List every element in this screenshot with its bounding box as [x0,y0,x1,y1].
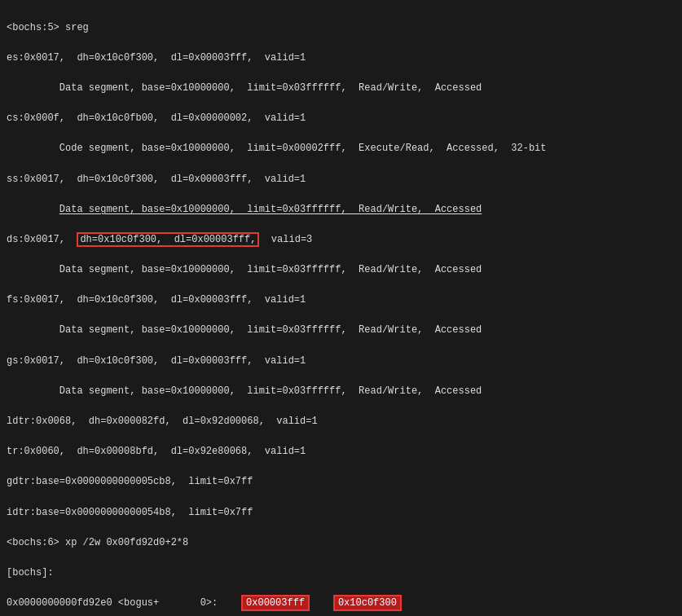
term-line-4: cs:0x000f, dh=0x10c0fb00, dl=0x00000002,… [7,111,675,126]
term-line-14: ldtr:0x0068, dh=0x000082fd, dl=0x92d0006… [7,414,675,429]
term-line-16: gdtr:base=0x0000000000005cb8, limit=0x7f… [7,474,675,490]
term-line-19: [bochs]: [7,565,675,581]
term-line-6: ss:0x0017, dh=0x10c0f300, dl=0x00003fff,… [7,172,675,187]
term-line-20: 0x0000000000fd92e0 <bogus+ 0>: 0x00003ff… [7,596,675,611]
term-line-10: fs:0x0017, dh=0x10c0f300, dl=0x00003fff,… [7,293,675,308]
term-line-18: <bochs:6> xp /2w 0x00fd92d0+2*8 [7,535,675,551]
term-line-13: Data segment, base=0x10000000, limit=0x0… [7,384,675,399]
term-line-7: Data segment, base=0x10000000, limit=0x0… [7,202,675,218]
terminal-output: <bochs:5> sreg es:0x0017, dh=0x10c0f300,… [0,0,682,616]
term-line-15: tr:0x0060, dh=0x00008bfd, dl=0x92e80068,… [7,444,675,460]
term-line-1: <bochs:5> sreg [7,20,675,36]
terminal-container: <bochs:5> sreg es:0x0017, dh=0x10c0f300,… [0,0,682,616]
term-line-17: idtr:base=0x00000000000054b8, limit=0x7f… [7,505,675,521]
term-line-8: ds:0x0017, dh=0x10c0f300, dl=0x00003fff,… [7,232,675,248]
term-line-5: Code segment, base=0x10000000, limit=0x0… [7,141,675,156]
term-line-9: Data segment, base=0x10000000, limit=0x0… [7,262,675,278]
term-line-2: es:0x0017, dh=0x10c0f300, dl=0x00003fff,… [7,51,675,66]
term-line-3: Data segment, base=0x10000000, limit=0x0… [7,81,675,96]
term-line-11: Data segment, base=0x10000000, limit=0x0… [7,323,675,338]
term-line-12: gs:0x0017, dh=0x10c0f300, dl=0x00003fff,… [7,354,675,369]
